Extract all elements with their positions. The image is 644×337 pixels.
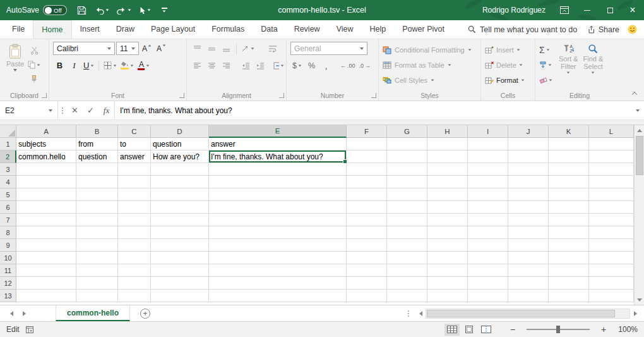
cell-I5[interactable]	[468, 188, 508, 201]
column-header-H[interactable]: H	[427, 125, 468, 138]
cell-L9[interactable]	[589, 239, 634, 252]
zoom-out-button[interactable]: −	[508, 324, 518, 334]
align-left-button[interactable]	[191, 59, 204, 72]
cell-D11[interactable]	[151, 264, 209, 277]
cell-J4[interactable]	[508, 176, 549, 188]
cell-F9[interactable]	[347, 239, 387, 252]
cell-B13[interactable]	[76, 290, 118, 302]
cell-G12[interactable]	[387, 277, 427, 290]
cell-B11[interactable]	[76, 264, 118, 277]
column-header-A[interactable]: A	[16, 125, 76, 138]
column-header-G[interactable]: G	[387, 125, 427, 138]
clear-button[interactable]	[539, 73, 552, 88]
font-color-button[interactable]: A	[136, 59, 151, 72]
cell-D4[interactable]	[151, 176, 209, 188]
italic-button[interactable]: I	[68, 59, 81, 72]
row-header-8[interactable]: 8	[0, 226, 16, 239]
share-button[interactable]: Share	[582, 20, 624, 39]
cell-B5[interactable]	[76, 188, 118, 201]
sheet-nav-left-button[interactable]	[5, 305, 18, 321]
cell-A7[interactable]	[16, 214, 76, 226]
cut-button[interactable]	[27, 44, 42, 57]
tell-me-box[interactable]: Tell me what you want to do	[468, 20, 577, 39]
cell-D7[interactable]	[151, 214, 209, 226]
cell-I2[interactable]	[468, 150, 508, 163]
cell-E3[interactable]	[209, 163, 347, 176]
cell-C9[interactable]	[118, 239, 151, 252]
cell-A11[interactable]	[16, 264, 76, 277]
vertical-scrollbar[interactable]	[634, 125, 644, 305]
decrease-indent-button[interactable]	[239, 59, 253, 72]
cell-L7[interactable]	[589, 214, 634, 226]
cell-L10[interactable]	[589, 252, 634, 264]
cell-A8[interactable]	[16, 226, 76, 239]
cell-I3[interactable]	[468, 163, 508, 176]
column-header-E[interactable]: E	[209, 125, 347, 138]
cell-K3[interactable]	[549, 163, 589, 176]
cell-B8[interactable]	[76, 226, 118, 239]
column-header-B[interactable]: B	[76, 125, 118, 138]
cell-I12[interactable]	[468, 277, 508, 290]
cell-D2[interactable]: How are you?	[151, 150, 209, 163]
sheet-tab-common-hello[interactable]: common-hello	[56, 305, 130, 321]
cell-C3[interactable]	[118, 163, 151, 176]
cell-H9[interactable]	[427, 239, 468, 252]
tab-file[interactable]: File	[4, 20, 33, 39]
row-header-4[interactable]: 4	[0, 176, 16, 188]
conditional-formatting-button[interactable]: Conditional Formatting	[383, 42, 472, 58]
cell-I10[interactable]	[468, 252, 508, 264]
cell-D9[interactable]	[151, 239, 209, 252]
cell-C2[interactable]: answer	[118, 150, 151, 163]
cell-J8[interactable]	[508, 226, 549, 239]
scroll-down-button[interactable]	[635, 295, 644, 305]
cell-E11[interactable]	[209, 264, 347, 277]
cell-H3[interactable]	[427, 163, 468, 176]
minimize-button[interactable]	[576, 0, 599, 20]
cell-A9[interactable]	[16, 239, 76, 252]
cell-F4[interactable]	[347, 176, 387, 188]
fill-color-button[interactable]	[119, 59, 135, 72]
cell-C8[interactable]	[118, 226, 151, 239]
formula-input[interactable]: I'm fine, thanks. What about you?	[114, 101, 631, 119]
cell-K9[interactable]	[549, 239, 589, 252]
row-header-3[interactable]: 3	[0, 163, 16, 176]
cell-F13[interactable]	[347, 290, 387, 302]
cell-K4[interactable]	[549, 176, 589, 188]
cell-C12[interactable]	[118, 277, 151, 290]
cell-I6[interactable]	[468, 201, 508, 214]
sort-filter-button[interactable]: AZ Sort &Filter	[556, 42, 581, 76]
touch-mode-button[interactable]	[136, 0, 153, 20]
tab-insert[interactable]: Insert	[72, 20, 108, 39]
delete-cells-button[interactable]: Delete	[485, 58, 525, 73]
cell-B2[interactable]: question	[76, 150, 118, 163]
cell-A1[interactable]: subjects	[16, 138, 76, 150]
column-header-L[interactable]: L	[589, 125, 634, 138]
cell-B7[interactable]	[76, 214, 118, 226]
format-as-table-button[interactable]: Format as Table	[383, 58, 472, 73]
row-header-12[interactable]: 12	[0, 277, 16, 290]
macro-record-button[interactable]	[26, 326, 33, 333]
formula-bar-expand-button[interactable]	[631, 101, 644, 119]
row-header-9[interactable]: 9	[0, 239, 16, 252]
cell-B3[interactable]	[76, 163, 118, 176]
cell-H8[interactable]	[427, 226, 468, 239]
cell-E12[interactable]	[209, 277, 347, 290]
tab-review[interactable]: Review	[286, 20, 328, 39]
number-format-combo[interactable]: General	[290, 42, 367, 55]
cell-L1[interactable]	[589, 138, 634, 150]
cell-G13[interactable]	[387, 290, 427, 302]
column-header-J[interactable]: J	[508, 125, 549, 138]
horizontal-scrollbar[interactable]	[415, 305, 640, 321]
cell-G4[interactable]	[387, 176, 427, 188]
cell-E10[interactable]	[209, 252, 347, 264]
format-painter-button[interactable]	[27, 73, 42, 86]
cell-B1[interactable]: from	[76, 138, 118, 150]
cell-G5[interactable]	[387, 188, 427, 201]
cell-I11[interactable]	[468, 264, 508, 277]
cell-A6[interactable]	[16, 201, 76, 214]
cell-G7[interactable]	[387, 214, 427, 226]
row-header-5[interactable]: 5	[0, 188, 16, 201]
cell-H11[interactable]	[427, 264, 468, 277]
fill-button[interactable]	[539, 58, 552, 73]
tab-view[interactable]: View	[328, 20, 362, 39]
